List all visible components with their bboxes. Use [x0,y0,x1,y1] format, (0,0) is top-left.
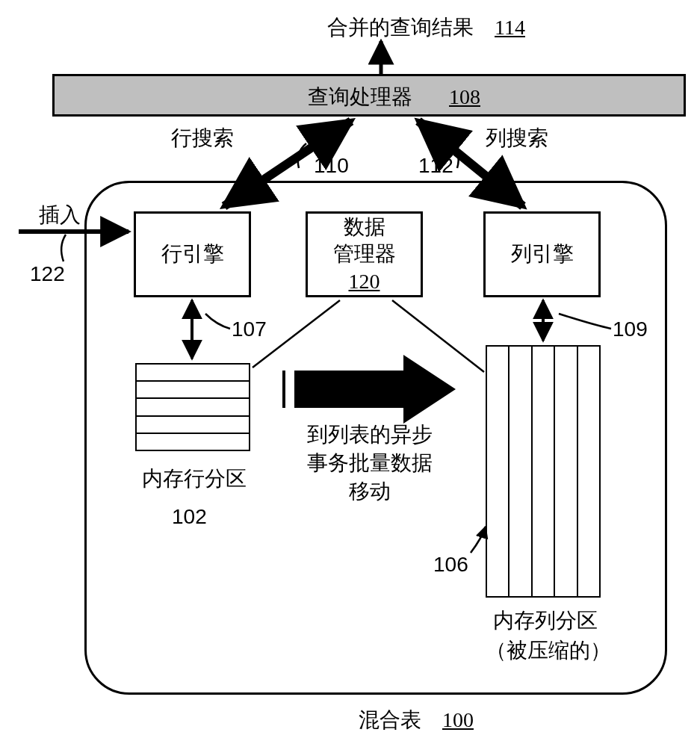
merged-result-label: 合并的查询结果 114 [327,13,525,42]
col-partition-label1: 内存列分区 [493,607,598,635]
async-move-line3: 移动 [349,480,391,503]
async-move-line2: 事务批量数据 [307,451,433,474]
col-store-col [487,347,509,596]
row-partition-store [135,363,250,451]
row-store-row [137,399,249,416]
col-partition-label2: （被压缩的） [486,636,611,665]
async-move-line1: 到列表的异步 [307,423,433,446]
row-partition-ref: 102 [172,505,207,529]
query-processor-text: 查询处理器 [308,85,412,108]
data-manager-line2: 管理器 [333,241,396,267]
data-manager-box: 数据 管理器 120 [306,211,423,297]
row-engine-text: 行引擎 [161,241,224,267]
col-store-col [555,347,577,596]
col-partition-store [486,345,601,598]
merged-result-ref: 114 [495,16,525,39]
query-processor-label: 查询处理器 108 [308,83,480,111]
hybrid-table-label: 混合表 100 [359,706,474,734]
col-store-col [578,347,599,596]
merged-result-text: 合并的查询结果 [327,16,474,39]
col-search-label: 列搜索 [486,124,548,152]
row-search-ref: 110 [314,154,349,178]
row-partition-label: 内存行分区 [142,465,247,493]
row-engine-box: 行引擎 [134,211,251,297]
hybrid-table-text: 混合表 [359,708,421,731]
row-engine-link-ref: 107 [232,317,267,341]
hybrid-table-ref: 100 [442,708,474,731]
col-partition-ref: 106 [433,553,468,577]
async-move-label: 到列表的异步 事务批量数据 移动 [295,421,445,505]
col-store-col [533,347,555,596]
row-search-label: 行搜索 [171,124,234,152]
query-processor-ref: 108 [449,85,480,108]
row-store-row [137,434,249,450]
col-search-ref: 112 [418,154,453,178]
insert-label: 插入 [39,201,81,229]
row-store-row [137,382,249,399]
data-manager-ref: 120 [349,268,380,295]
col-engine-text: 列引擎 [511,241,574,267]
insert-ref: 122 [30,262,65,286]
row-store-row [137,365,249,382]
data-manager-line1: 数据 [344,214,385,241]
col-engine-link-ref: 109 [613,317,648,341]
col-store-col [509,347,532,596]
row-store-row [137,417,249,434]
col-engine-box: 列引擎 [483,211,601,297]
